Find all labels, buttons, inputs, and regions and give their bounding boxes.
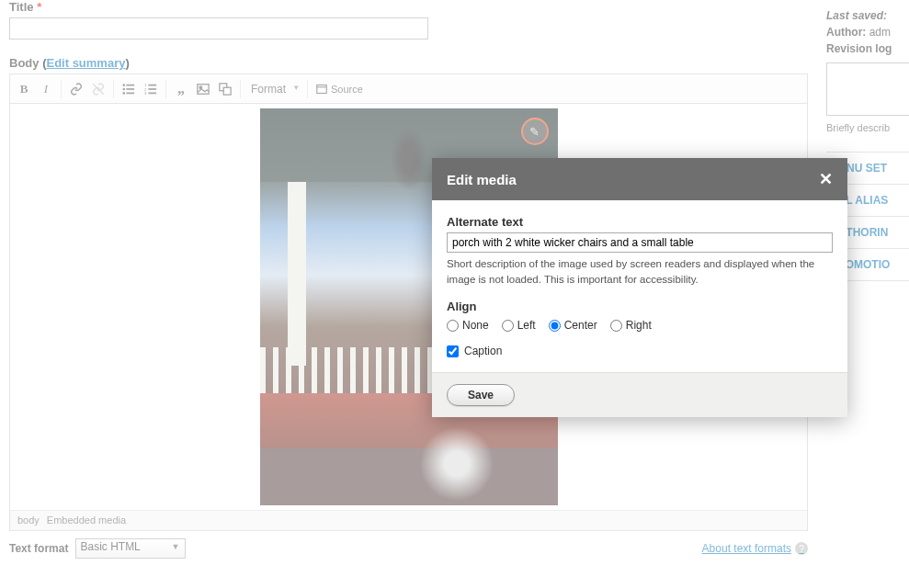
alt-text-input[interactable] [447, 232, 833, 253]
align-options: None Left Center Right [447, 319, 833, 332]
edit-media-modal: Edit media ✕ Alternate text Short descri… [432, 158, 847, 417]
align-right[interactable]: Right [610, 319, 652, 332]
modal-title: Edit media [447, 172, 517, 187]
alt-text-label: Alternate text [447, 215, 833, 229]
align-label: Align [447, 300, 833, 313]
close-icon: ✕ [819, 170, 833, 188]
save-button[interactable]: Save [447, 384, 515, 406]
align-none[interactable]: None [447, 319, 489, 332]
align-left[interactable]: Left [502, 319, 536, 332]
align-center[interactable]: Center [549, 319, 597, 332]
alt-text-description: Short description of the image used by s… [447, 256, 833, 287]
modal-header: Edit media ✕ [432, 158, 847, 200]
close-button[interactable]: ✕ [819, 169, 833, 189]
caption-checkbox[interactable]: Caption [447, 345, 833, 357]
